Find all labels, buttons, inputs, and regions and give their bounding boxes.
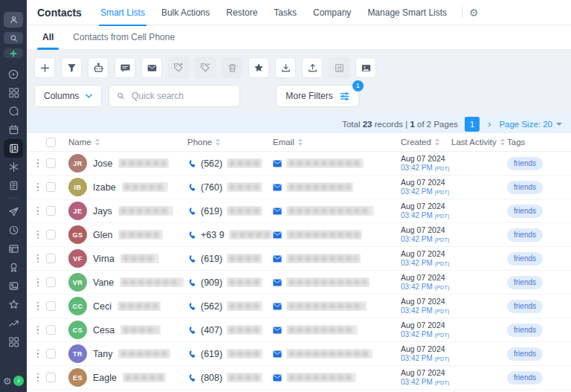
sort-icon[interactable] xyxy=(298,138,303,146)
card-view-button[interactable] xyxy=(355,57,376,78)
email-icon[interactable] xyxy=(273,160,282,167)
contact-name[interactable]: Virna xyxy=(93,254,114,264)
row-menu-icon[interactable] xyxy=(34,159,42,168)
avatar[interactable]: TR xyxy=(68,344,87,363)
avatar[interactable]: ES xyxy=(68,368,87,387)
contact-name[interactable]: Jays xyxy=(93,206,112,216)
sort-icon[interactable] xyxy=(435,138,439,146)
contact-name[interactable]: Vane xyxy=(93,277,114,288)
header-created[interactable]: Created xyxy=(401,138,451,147)
media-icon[interactable] xyxy=(4,277,23,295)
contact-name[interactable]: Jose xyxy=(93,158,112,169)
search-icon[interactable] xyxy=(4,32,23,44)
tab-tasks[interactable]: Tasks xyxy=(265,0,305,25)
row-menu-icon[interactable] xyxy=(34,302,42,311)
row-menu-icon[interactable] xyxy=(34,350,42,359)
tag-badge[interactable]: friends xyxy=(507,324,543,337)
row-checkbox[interactable] xyxy=(46,230,56,240)
reputation-icon[interactable] xyxy=(4,295,23,314)
more-filters-button[interactable]: More Filters 1 xyxy=(276,85,358,107)
header-email[interactable]: Email xyxy=(273,138,401,147)
header-phone[interactable]: Phone xyxy=(187,138,273,147)
sidebar-collapse-button[interactable]: › xyxy=(13,376,24,386)
avatar[interactable]: CS xyxy=(68,321,87,339)
quick-search-input[interactable] xyxy=(130,90,232,102)
table-row[interactable]: GS Glen +63 9 Aug 07 2024 03:42 PM (PDT)… xyxy=(27,223,571,247)
sites-icon[interactable] xyxy=(4,240,23,258)
row-checkbox[interactable] xyxy=(46,349,56,359)
calendar-icon[interactable] xyxy=(4,121,23,139)
avatar[interactable]: VF xyxy=(68,249,87,268)
contact-name[interactable]: Glen xyxy=(93,230,112,240)
phone-icon[interactable] xyxy=(187,207,196,216)
marketing-plane-icon[interactable] xyxy=(4,202,23,221)
email-icon[interactable] xyxy=(273,279,282,286)
row-checkbox[interactable] xyxy=(46,206,56,216)
send-sms-button[interactable] xyxy=(114,57,135,78)
row-menu-icon[interactable] xyxy=(34,207,42,216)
email-icon[interactable] xyxy=(273,303,282,310)
remove-tag-button[interactable] xyxy=(195,57,216,78)
add-contact-button[interactable] xyxy=(34,57,55,78)
subtab-all[interactable]: All xyxy=(33,25,63,49)
row-menu-icon[interactable] xyxy=(34,373,42,382)
row-menu-icon[interactable] xyxy=(34,231,42,240)
columns-dropdown[interactable]: Columns xyxy=(34,85,102,107)
table-row[interactable]: VR Vane con (909) Aug 07 2024 03:42 PM (… xyxy=(27,271,571,295)
tag-badge[interactable]: friends xyxy=(507,276,543,289)
row-checkbox[interactable] xyxy=(46,254,56,263)
payments-icon[interactable] xyxy=(4,176,23,195)
phone-icon[interactable] xyxy=(187,254,196,263)
table-row[interactable]: CC Ceci (562) Aug 07 2024 03:42 PM (PDT)… xyxy=(27,295,571,318)
tag-badge[interactable]: friends xyxy=(507,205,543,218)
header-name[interactable]: Name xyxy=(68,138,187,147)
merge-button[interactable] xyxy=(329,57,349,78)
table-row[interactable]: IB Izabe (760) Aug 07 2024 03:42 PM (PDT… xyxy=(27,176,571,199)
avatar[interactable]: VR xyxy=(68,273,87,292)
row-menu-icon[interactable] xyxy=(34,326,42,335)
email-icon[interactable] xyxy=(273,350,282,358)
phone-icon[interactable] xyxy=(187,326,196,335)
sort-icon[interactable] xyxy=(500,138,505,146)
add-tag-button[interactable] xyxy=(168,57,189,78)
smart-list-settings-gear-icon[interactable]: ⚙ xyxy=(469,7,479,18)
avatar[interactable]: GS xyxy=(68,225,87,244)
next-page-chevron-icon[interactable]: › xyxy=(488,118,491,129)
tag-badge[interactable]: friends xyxy=(507,347,543,361)
contact-name[interactable]: Ceci xyxy=(93,301,112,312)
filter-button[interactable] xyxy=(61,57,82,78)
avatar[interactable]: JE xyxy=(68,202,87,220)
row-checkbox[interactable] xyxy=(46,277,56,287)
row-menu-icon[interactable] xyxy=(34,254,42,263)
contact-name[interactable]: Eagle xyxy=(93,373,117,383)
sort-icon[interactable] xyxy=(95,138,100,146)
row-menu-icon[interactable] xyxy=(34,183,42,192)
email-icon[interactable] xyxy=(273,255,282,263)
page-size-dropdown[interactable]: Page Size: 20 xyxy=(499,120,562,129)
opportunities-icon[interactable] xyxy=(4,158,23,176)
phone-icon[interactable] xyxy=(187,278,196,287)
favorite-button[interactable] xyxy=(248,57,269,78)
header-last-activity[interactable]: Last Activity xyxy=(451,138,507,147)
tag-badge[interactable]: friends xyxy=(507,157,543,170)
row-menu-icon[interactable] xyxy=(34,278,42,287)
import-button[interactable] xyxy=(275,57,296,78)
tab-smart-lists[interactable]: Smart Lists xyxy=(92,0,153,25)
tag-badge[interactable]: friends xyxy=(507,371,543,385)
app-marketplace-icon[interactable] xyxy=(4,332,23,351)
contact-name[interactable]: Izabe xyxy=(93,182,116,193)
row-checkbox[interactable] xyxy=(46,301,56,311)
tab-company[interactable]: Company xyxy=(305,0,359,25)
email-icon[interactable] xyxy=(273,184,282,191)
table-row[interactable]: VF Virna (619) Aug 07 2024 03:42 PM (PDT… xyxy=(27,247,571,271)
email-icon[interactable] xyxy=(273,327,282,334)
page-1-button[interactable]: 1 xyxy=(465,117,480,132)
launchpad-icon[interactable] xyxy=(4,65,23,83)
phone-icon[interactable] xyxy=(187,302,196,311)
email-icon[interactable] xyxy=(273,374,282,382)
phone-icon[interactable] xyxy=(187,373,196,382)
avatar[interactable]: JR xyxy=(68,154,87,173)
row-checkbox[interactable] xyxy=(46,373,56,382)
settings-gear-icon[interactable]: ⚙ xyxy=(3,376,12,386)
contact-name[interactable]: Tany xyxy=(93,349,112,359)
